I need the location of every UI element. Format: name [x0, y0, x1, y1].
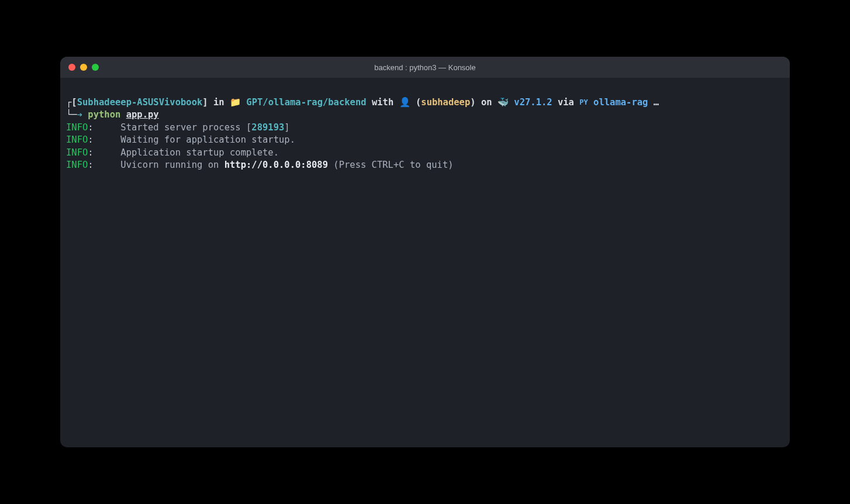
command-binary: python	[88, 109, 120, 120]
user-icon: 👤	[399, 96, 410, 109]
log-line: INFO: Application startup complete.	[66, 147, 784, 159]
python-icon: PY	[579, 98, 588, 106]
log-line: INFO: Started server process [289193]	[66, 122, 784, 134]
prompt-env: ollama-rag	[588, 97, 648, 108]
prompt-line-1: ┌[Subhadeeep-ASUSVivobook] in 📁 GPT/olla…	[66, 96, 784, 109]
log-pid: 289193	[251, 122, 284, 133]
prompt-username: subhadeep	[421, 97, 470, 108]
prompt-on: on	[476, 97, 497, 108]
log-line: INFO: Waiting for application startup.	[66, 134, 784, 146]
log-msg: Waiting for application startup.	[120, 134, 295, 145]
log-level: INFO	[66, 134, 88, 145]
log-pad	[94, 122, 121, 133]
log-pad	[94, 160, 121, 170]
prompt-in: in	[208, 97, 230, 108]
folder-icon: 📁	[230, 96, 241, 109]
whale-icon: 🐳	[497, 96, 509, 109]
log-pad	[94, 147, 121, 158]
window-title: backend : python3 — Konsole	[68, 63, 782, 72]
prompt-box-bottom: └─	[66, 109, 77, 120]
close-icon[interactable]	[68, 64, 75, 71]
terminal-window: backend : python3 — Konsole ┌[Subhadeeep…	[60, 57, 790, 447]
maximize-icon[interactable]	[92, 64, 99, 71]
command-argument: app.py	[126, 109, 159, 120]
prompt-ellipsis: …	[648, 97, 659, 108]
terminal-body[interactable]: ┌[Subhadeeep-ASUSVivobook] in 📁 GPT/olla…	[60, 78, 790, 447]
log-msg-post: (Press CTRL+C to quit)	[328, 160, 454, 170]
log-level: INFO	[66, 147, 88, 158]
prompt-box-top: ┌[	[66, 97, 77, 108]
prompt-user-open: (	[410, 97, 421, 108]
log-pad	[94, 134, 121, 145]
arrow-icon: ➔	[77, 109, 88, 120]
log-msg-pre: Uvicorn running on	[120, 160, 224, 170]
log-msg-post: ]	[284, 122, 289, 133]
traffic-lights	[68, 64, 99, 71]
minimize-icon[interactable]	[80, 64, 87, 71]
log-msg: Application startup complete.	[120, 147, 279, 158]
log-level: INFO	[66, 122, 88, 133]
prompt-bracket-close: ]	[202, 97, 208, 108]
prompt-with: with	[367, 97, 399, 108]
prompt-via: via	[552, 97, 580, 108]
titlebar[interactable]: backend : python3 — Konsole	[60, 57, 790, 78]
log-url: http://0.0.0.0:8089	[224, 160, 328, 170]
prompt-path: GPT/ollama-rag/backend	[241, 97, 367, 108]
log-msg: Started server process [	[120, 122, 251, 133]
prompt-hostname: Subhadeeep-ASUSVivobook	[77, 97, 203, 108]
prompt-version: v27.1.2	[509, 97, 552, 108]
log-line: INFO: Uvicorn running on http://0.0.0.0:…	[66, 159, 784, 171]
log-level: INFO	[66, 160, 88, 170]
log-colon: :	[88, 147, 93, 158]
prompt-line-2: └─➔ python app.py	[66, 109, 784, 121]
log-colon: :	[88, 122, 93, 133]
log-colon: :	[88, 134, 93, 145]
log-colon: :	[88, 160, 93, 170]
prompt-user-close: )	[470, 97, 475, 108]
